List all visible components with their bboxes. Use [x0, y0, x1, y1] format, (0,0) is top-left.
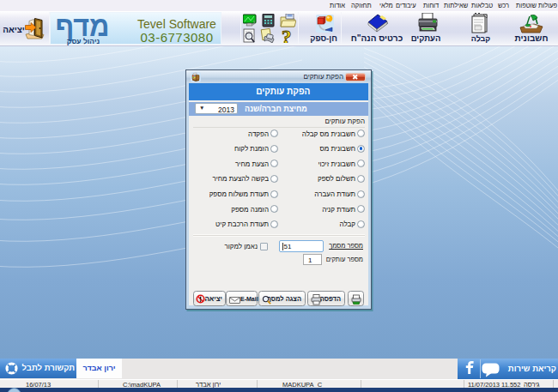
svg-text:?: ?	[282, 27, 292, 44]
